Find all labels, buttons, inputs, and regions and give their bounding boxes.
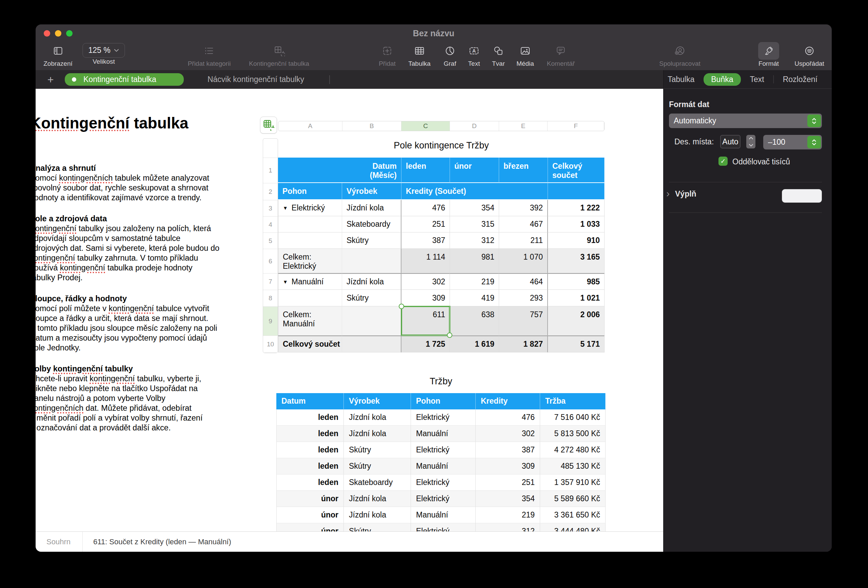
sales-cell[interactable]: Manuální (411, 507, 476, 523)
zoom-level-button[interactable]: 125 % (83, 43, 125, 57)
toolbar-button-p-idat-kategorii[interactable]: Přidat kategorii (188, 42, 231, 68)
row-header-2[interactable]: 2 (263, 183, 278, 200)
pivot-header-vyrobek[interactable]: Výrobek (342, 183, 402, 200)
sales-cell[interactable]: 354 (476, 491, 540, 507)
column-header-B[interactable]: B (342, 121, 402, 131)
pivot-cell-pohon[interactable]: Celkem: Elektrický (278, 249, 342, 273)
tab-nacvik-kontingencni-tabulky[interactable]: Nácvik kontingenční tabulky (204, 73, 307, 86)
decimals-field[interactable]: Auto (720, 135, 741, 149)
data-format-select[interactable]: Automaticky (669, 113, 822, 128)
tab-bunka[interactable]: Buňka (704, 73, 741, 86)
toolbar-button-text[interactable]: AText (464, 42, 484, 68)
pivot-cell-value[interactable]: 315 (450, 216, 499, 233)
sales-cell[interactable]: 309 (476, 458, 540, 475)
toolbar-button-velikost[interactable]: 125 %Velikost (83, 42, 125, 65)
sales-cell[interactable]: Jízdní kola (344, 491, 411, 507)
sales-cell[interactable]: Skútry (344, 442, 411, 458)
toolbar-button-spolupracovat[interactable]: Spolupracovat (659, 42, 700, 68)
row-header-strip[interactable]: 12345678910 (263, 138, 278, 353)
pivot-cell-value[interactable]: 387 (402, 233, 450, 249)
sales-cell[interactable]: leden (276, 458, 344, 475)
sales-cell[interactable]: 476 (476, 410, 540, 426)
pivot-cell-value[interactable]: 312 (450, 233, 499, 249)
pivot-cell-value[interactable]: 392 (499, 200, 548, 216)
row-header-10[interactable]: 10 (263, 336, 278, 353)
sales-header-tržba[interactable]: Tržba (540, 393, 605, 410)
sales-cell[interactable]: leden (276, 426, 344, 442)
sales-cell[interactable]: 219 (476, 507, 540, 523)
toolbar-button-koment-[interactable]: Komentář (547, 42, 575, 68)
sales-cell[interactable]: 485 130 Kč (540, 458, 605, 475)
summary-menu[interactable]: Souhrn (46, 532, 71, 552)
sales-cell[interactable]: 3 361 650 Kč (540, 507, 605, 523)
column-header-D[interactable]: D (450, 121, 499, 131)
collapse-triangle-icon[interactable]: ▼ (283, 205, 288, 211)
sales-cell[interactable]: únor (276, 491, 344, 507)
sales-cell[interactable]: 302 (476, 426, 540, 442)
pivot-cell-value[interactable]: 5 171 (548, 336, 605, 352)
tab-text[interactable]: Text (750, 75, 764, 84)
sales-cell[interactable]: 387 (476, 442, 540, 458)
sales-cell[interactable]: 5 813 500 Kč (540, 426, 605, 442)
row-header-1[interactable]: 1 (263, 158, 278, 183)
pivot-cell-value[interactable]: 981 (450, 249, 499, 273)
sheet-canvas[interactable]: Kontingenční tabulka Analýza a shrnutí P… (35, 89, 663, 531)
toolbar-button-kontingen-n-tabulka[interactable]: Kontingenční tabulka (249, 42, 309, 68)
pivot-table-title[interactable]: Pole kontingence Tržby (278, 140, 605, 151)
sales-cell[interactable]: 1 357 910 Kč (540, 475, 605, 491)
sales-cell[interactable]: Elektrický (411, 410, 476, 426)
pivot-cell-pohon[interactable]: Celkem: Manuální (278, 307, 342, 336)
sales-cell[interactable]: 5 589 660 Kč (540, 491, 605, 507)
sales-cell[interactable]: Jízdní kola (344, 507, 411, 523)
pivot-header-month[interactable]: únor (450, 158, 499, 183)
pivot-cell-value[interactable]: 354 (450, 200, 499, 216)
pivot-cell-vyrobek[interactable]: Skútry (342, 290, 402, 307)
sales-table-title[interactable]: Tržby (276, 376, 605, 387)
pivot-cell-value[interactable]: 638 (450, 307, 499, 336)
pivot-header-total[interactable]: Celkový součet (548, 158, 605, 183)
sales-cell[interactable]: Elektrický (411, 442, 476, 458)
pivot-header-month[interactable]: leden (402, 158, 450, 183)
pivot-cell-value[interactable]: 464 (499, 273, 548, 290)
sales-cell[interactable]: Elektrický (411, 523, 476, 531)
row-header-9[interactable]: 9 (263, 307, 278, 336)
sales-cell[interactable]: Skateboardy (344, 475, 411, 491)
sales-cell[interactable]: leden (276, 442, 344, 458)
pivot-cell-value[interactable]: 1 222 (548, 200, 605, 216)
stepper-down-icon[interactable] (748, 141, 753, 149)
pivot-cell-value[interactable]: 611 (402, 307, 450, 336)
pivot-header-datum[interactable]: Datum (Měsíc) (278, 158, 402, 183)
pivot-header-empty[interactable] (548, 183, 605, 200)
sales-header-výrobek[interactable]: Výrobek (344, 393, 411, 410)
sales-cell[interactable]: Skútry (344, 523, 411, 531)
pivot-table[interactable]: Datum (Měsíc)ledenúnorbřezenCelkový souč… (278, 158, 605, 352)
decimals-stepper[interactable] (746, 135, 756, 149)
pivot-cell-value[interactable]: 419 (450, 290, 499, 307)
pivot-cell-value[interactable]: 2 006 (548, 307, 605, 336)
toolbar-button-zobrazen-[interactable]: Zobrazení (43, 42, 72, 68)
pivot-cell-value[interactable]: 467 (499, 216, 548, 233)
row-header-5[interactable]: 5 (263, 233, 278, 249)
pivot-cell-value[interactable]: 293 (499, 290, 548, 307)
pivot-cell-pohon[interactable] (278, 290, 342, 307)
toolbar-button-p-idat[interactable]: Přidat (377, 42, 398, 68)
sales-cell[interactable]: 7 516 040 Kč (540, 410, 605, 426)
add-sheet-button[interactable]: + (44, 73, 57, 86)
sales-cell[interactable]: Manuální (411, 458, 476, 475)
sales-cell[interactable]: Skútry (344, 458, 411, 475)
row-header-4[interactable]: 4 (263, 217, 278, 233)
pivot-cell-value[interactable]: 309 (402, 290, 450, 307)
sales-cell[interactable]: Jízdní kola (344, 410, 411, 426)
sales-cell[interactable]: Elektrický (411, 475, 476, 491)
pivot-cell-pohon[interactable]: ▼Elektrický (278, 200, 342, 216)
select-stepper-icon[interactable] (807, 115, 821, 127)
sales-cell[interactable]: 251 (476, 475, 540, 491)
pivot-cell-value[interactable]: 1 725 (402, 336, 450, 352)
stepper-up-icon[interactable] (748, 135, 753, 141)
pivot-cell-value[interactable]: 251 (402, 216, 450, 233)
pivot-cell-value[interactable]: 985 (548, 273, 605, 290)
pivot-cell-value[interactable]: 476 (402, 200, 450, 216)
toolbar-button-form-t[interactable]: Formát (758, 42, 779, 68)
row-header-3[interactable]: 3 (263, 200, 278, 217)
sales-header-pohon[interactable]: Pohon (411, 393, 476, 410)
